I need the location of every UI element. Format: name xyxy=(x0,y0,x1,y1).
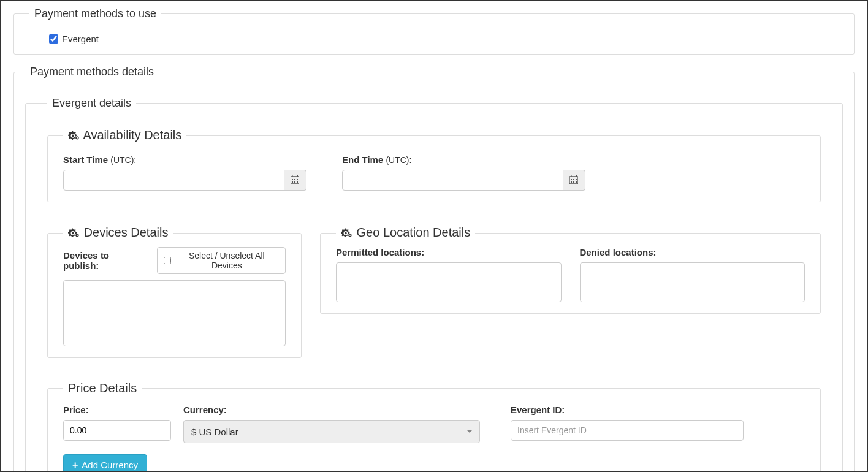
availability-details-legend: Availability Details xyxy=(63,128,186,143)
gears-icon xyxy=(341,227,352,241)
svg-rect-8 xyxy=(292,181,293,183)
evergent-details-legend: Evergent details xyxy=(47,97,136,110)
svg-point-23 xyxy=(349,235,351,236)
denied-locations-box[interactable] xyxy=(580,262,805,302)
evergent-id-input[interactable] xyxy=(511,420,744,441)
svg-rect-5 xyxy=(292,179,293,180)
svg-rect-7 xyxy=(297,179,298,180)
devices-details-fieldset: Devices Details Devices to publish: Sele… xyxy=(47,226,302,358)
chevron-down-icon xyxy=(467,430,472,433)
svg-rect-17 xyxy=(571,181,572,183)
price-details-legend: Price Details xyxy=(63,381,142,395)
svg-rect-6 xyxy=(294,179,295,180)
evergent-checkbox-label: Evergent xyxy=(62,34,99,44)
svg-rect-15 xyxy=(573,179,574,180)
geo-location-details-fieldset: Geo Location Details Permitted locations… xyxy=(320,226,821,314)
calendar-button-end[interactable] xyxy=(563,170,585,191)
plus-icon: + xyxy=(72,460,78,470)
geo-location-details-label: Geo Location Details xyxy=(357,226,471,239)
start-time-label: Start Time (UTC): xyxy=(63,154,324,165)
calendar-icon xyxy=(569,175,578,186)
svg-rect-3 xyxy=(292,175,293,177)
devices-details-label: Devices Details xyxy=(84,226,169,239)
payment-methods-to-use-fieldset: Payment methods to use Evergent xyxy=(13,7,855,55)
svg-rect-18 xyxy=(573,181,574,183)
select-all-devices-checkbox[interactable] xyxy=(164,257,171,264)
payment-methods-details-legend: Payment methods details xyxy=(25,66,159,78)
svg-point-21 xyxy=(77,235,78,236)
add-currency-label: Add Currency xyxy=(82,460,138,470)
payment-methods-details-fieldset: Payment methods details Evergent details… xyxy=(13,66,855,472)
currency-select[interactable]: $ US Dollar xyxy=(183,420,480,443)
evergent-checkbox[interactable] xyxy=(49,34,58,44)
currency-label: Currency: xyxy=(183,405,480,415)
svg-rect-9 xyxy=(294,181,295,183)
end-time-label: End Time (UTC): xyxy=(342,154,603,165)
availability-details-label: Availability Details xyxy=(83,128,181,142)
svg-point-1 xyxy=(77,137,78,139)
select-all-devices-button[interactable]: Select / Unselect All Devices xyxy=(157,247,286,274)
start-time-input[interactable] xyxy=(63,170,284,191)
price-input[interactable] xyxy=(63,420,171,441)
denied-locations-label: Denied locations: xyxy=(580,247,805,257)
svg-rect-12 xyxy=(571,175,572,177)
payment-methods-to-use-legend: Payment methods to use xyxy=(29,7,161,20)
devices-list-box[interactable] xyxy=(63,280,286,346)
permitted-locations-box[interactable] xyxy=(336,262,562,302)
devices-to-publish-label: Devices to publish: xyxy=(63,250,145,271)
calendar-icon xyxy=(291,175,299,186)
svg-rect-19 xyxy=(576,181,577,183)
availability-details-fieldset: Availability Details Start Time (UTC): xyxy=(47,128,821,202)
gears-icon xyxy=(68,227,79,241)
permitted-locations-label: Permitted locations: xyxy=(336,247,562,257)
devices-details-legend: Devices Details xyxy=(63,226,173,241)
calendar-button-start[interactable] xyxy=(284,170,306,191)
gears-icon xyxy=(68,129,79,143)
currency-selected-value: $ US Dollar xyxy=(191,427,238,437)
price-label: Price: xyxy=(63,405,171,415)
svg-rect-4 xyxy=(297,175,299,177)
svg-rect-13 xyxy=(576,175,577,177)
add-currency-button[interactable]: + Add Currency xyxy=(63,454,147,472)
evergent-id-label: Evergent ID: xyxy=(511,405,744,415)
evergent-details-fieldset: Evergent details Availability Details St… xyxy=(25,97,843,472)
geo-location-details-legend: Geo Location Details xyxy=(336,226,475,241)
end-time-input[interactable] xyxy=(342,170,563,191)
svg-rect-10 xyxy=(297,181,298,183)
svg-rect-14 xyxy=(571,179,572,180)
price-details-fieldset: Price Details Price: Currency: $ US Doll… xyxy=(47,381,821,472)
select-all-devices-label: Select / Unselect All Devices xyxy=(175,251,279,270)
svg-rect-16 xyxy=(576,179,577,180)
